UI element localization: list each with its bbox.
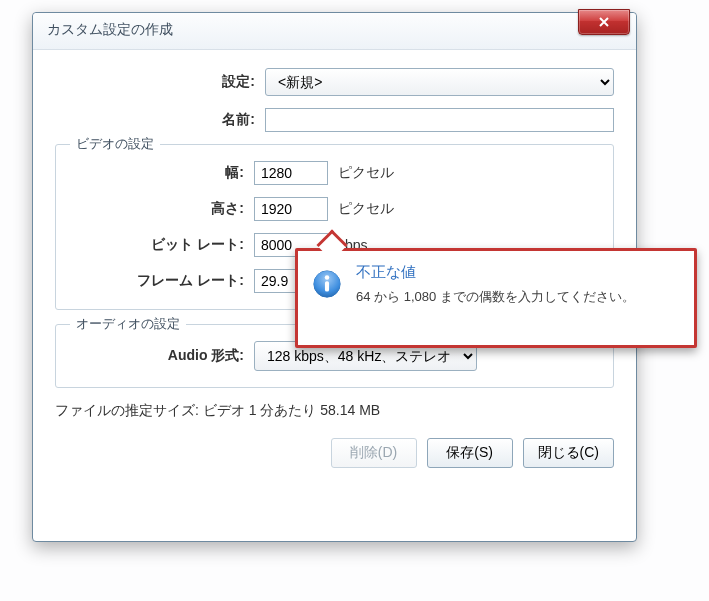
name-label: 名前: <box>55 111 265 129</box>
audio-format-label: Audio 形式: <box>74 347 254 365</box>
row-setting: 設定: <新規> <box>55 68 614 96</box>
row-name: 名前: <box>55 108 614 132</box>
button-row: 削除(D) 保存(S) 閉じる(C) <box>55 438 614 468</box>
row-width: 幅: ピクセル <box>74 161 595 185</box>
save-button[interactable]: 保存(S) <box>427 438 513 468</box>
dialog-title: カスタム設定の作成 <box>47 21 173 39</box>
width-input[interactable] <box>254 161 328 185</box>
height-label: 高さ: <box>74 200 254 218</box>
info-icon <box>312 269 342 299</box>
error-message: 64 から 1,080 までの偶数を入力してください。 <box>356 288 680 306</box>
name-input[interactable] <box>265 108 614 132</box>
height-input[interactable] <box>254 197 328 221</box>
bitrate-label: ビット レート: <box>74 236 254 254</box>
window-close-button[interactable] <box>578 9 630 35</box>
framerate-label: フレーム レート: <box>74 272 254 290</box>
row-height: 高さ: ピクセル <box>74 197 595 221</box>
delete-button[interactable]: 削除(D) <box>331 438 417 468</box>
title-bar: カスタム設定の作成 <box>33 13 636 50</box>
svg-point-2 <box>325 275 330 280</box>
error-title: 不正な値 <box>356 263 680 282</box>
file-estimate: ファイルの推定サイズ: ビデオ 1 分あたり 58.14 MB <box>55 402 614 420</box>
svg-rect-3 <box>325 281 329 291</box>
setting-select[interactable]: <新規> <box>265 68 614 96</box>
close-icon <box>598 16 610 28</box>
audio-legend: オーディオの設定 <box>70 315 186 333</box>
width-unit: ピクセル <box>338 164 394 182</box>
close-button[interactable]: 閉じる(C) <box>523 438 614 468</box>
video-legend: ビデオの設定 <box>70 135 160 153</box>
tooltip-arrow-mask <box>317 251 351 265</box>
width-label: 幅: <box>74 164 254 182</box>
setting-label: 設定: <box>55 73 265 91</box>
error-tooltip: 不正な値 64 から 1,080 までの偶数を入力してください。 <box>295 248 697 348</box>
height-unit: ピクセル <box>338 200 394 218</box>
